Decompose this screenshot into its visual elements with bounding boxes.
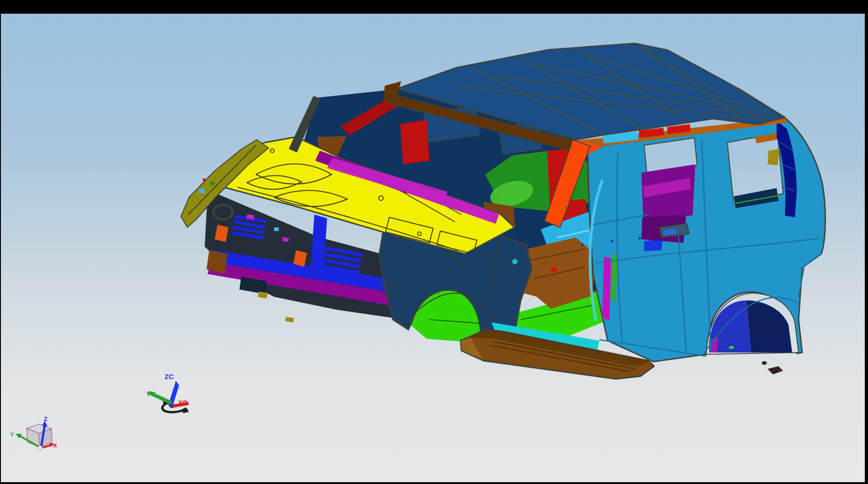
- loose-part-dot[interactable]: [762, 361, 767, 365]
- datum-y-label: Y: [10, 431, 14, 438]
- quarter-window-olive-tab[interactable]: [767, 149, 779, 165]
- apron-green-speck: [210, 182, 215, 185]
- cad-viewport-canvas[interactable]: ZC YC XC Z Y X: [0, 0, 868, 484]
- rivet: [581, 243, 584, 246]
- cargo-blue-bracket[interactable]: [644, 239, 662, 251]
- wcs-yc-label: YC: [146, 390, 156, 398]
- wcs-xc-label: XC: [178, 399, 188, 406]
- datum-origin-sphere[interactable]: [38, 446, 42, 450]
- apron-teal-speck: [199, 189, 205, 193]
- window-right-strip: [865, 0, 868, 484]
- front-cyan-bit: [274, 227, 279, 231]
- window-left-strip: [0, 0, 1, 484]
- rivet: [611, 240, 614, 242]
- datum-x-label: X: [53, 442, 57, 449]
- dash-side-red-panel[interactable]: [400, 120, 429, 164]
- apron-red-dot: [203, 179, 206, 182]
- wcs-zc-label: ZC: [164, 373, 174, 380]
- wheelhouse-green-speck: [729, 346, 734, 349]
- loose-part-red-dot: [769, 370, 771, 372]
- window-bottom-strip: [0, 482, 868, 484]
- window-top-bar: [0, 0, 868, 14]
- rivet: [638, 237, 641, 240]
- datum-z-label: Z: [44, 416, 48, 422]
- fender-teal-grommet: [512, 259, 518, 264]
- loose-part-red-dot-2: [778, 369, 780, 371]
